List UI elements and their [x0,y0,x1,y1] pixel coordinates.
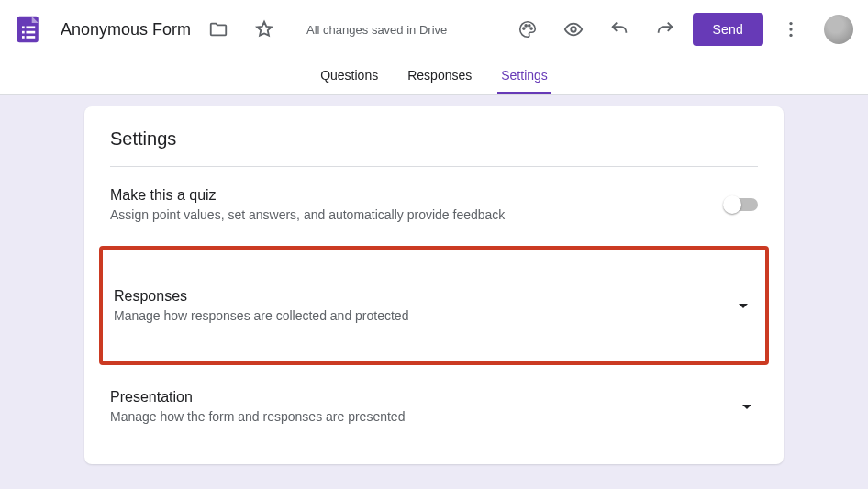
settings-card: Settings Make this a quiz Assign point v… [84,106,784,464]
chevron-down-icon [736,395,758,417]
move-to-folder-button[interactable] [200,11,237,48]
svg-point-10 [530,28,532,29]
svg-rect-2 [26,26,35,28]
tabs-row: Questions Responses Settings [0,59,868,95]
responses-highlight: Responses Manage how responses are colle… [99,246,769,365]
section-desc: Manage how the form and responses are pr… [110,409,721,424]
svg-point-7 [522,28,524,29]
forms-app-icon[interactable] [11,11,48,48]
quiz-toggle[interactable] [725,198,758,211]
svg-point-12 [789,22,792,25]
star-button[interactable] [246,11,283,48]
settings-section-responses[interactable]: Responses Manage how responses are colle… [114,250,754,361]
svg-rect-1 [22,26,25,28]
more-options-button[interactable] [773,11,809,48]
section-desc: Manage how responses are collected and p… [114,308,718,323]
page-body: Settings Make this a quiz Assign point v… [0,95,868,475]
account-avatar[interactable] [824,15,853,44]
tab-responses[interactable]: Responses [404,68,475,94]
customize-theme-button[interactable] [509,11,546,48]
svg-point-9 [528,25,529,27]
section-title: Presentation [110,389,721,406]
send-button[interactable]: Send [693,13,764,46]
settings-section-presentation[interactable]: Presentation Manage how the form and res… [110,369,758,444]
svg-rect-4 [26,31,35,34]
app-header: Anonymous Form All changes saved in Driv… [0,0,868,59]
svg-point-14 [789,34,792,37]
svg-point-11 [571,27,576,32]
redo-button[interactable] [647,11,684,48]
svg-rect-5 [22,36,25,39]
save-status: All changes saved in Drive [306,23,447,37]
tab-settings[interactable]: Settings [497,68,551,94]
section-desc: Assign point values, set answers, and au… [110,207,710,222]
settings-section-quiz: Make this a quiz Assign point values, se… [110,167,758,242]
undo-button[interactable] [601,11,638,48]
tab-questions[interactable]: Questions [317,68,382,94]
form-title[interactable]: Anonymous Form [61,20,191,39]
page-title: Settings [110,128,758,166]
svg-rect-6 [26,36,35,39]
svg-point-8 [525,25,527,27]
section-title: Make this a quiz [110,187,710,204]
chevron-down-icon [732,295,754,317]
preview-button[interactable] [555,11,592,48]
svg-point-13 [789,28,792,30]
svg-rect-3 [22,31,25,34]
section-title: Responses [114,288,718,305]
